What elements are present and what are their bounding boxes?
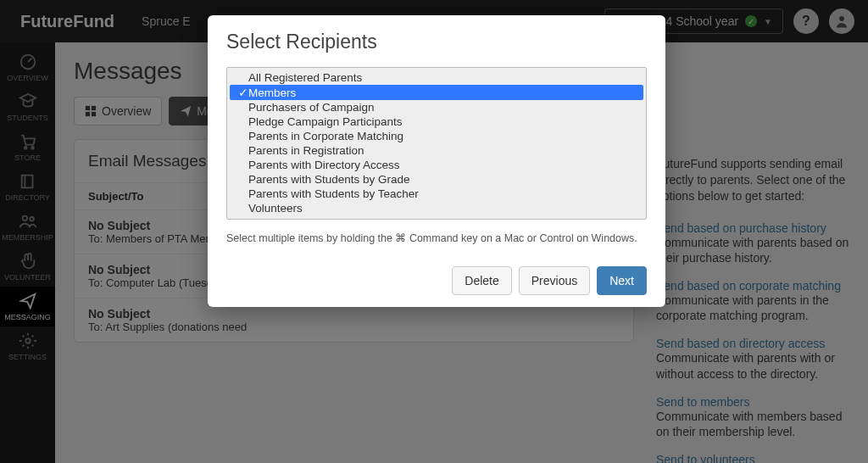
recipient-option[interactable]: ✓Members [230,85,643,100]
next-button[interactable]: Next [597,266,647,295]
modal-title: Select Recipients [226,31,647,53]
recipient-option-label: Pledge Campaign Participants [248,115,403,128]
recipient-option-label: Members [248,86,296,99]
recipient-option-label: Parents with Students by Teacher [248,187,419,200]
recipient-option[interactable]: Parents with Directory Access [230,158,643,172]
recipients-multiselect[interactable]: All Registered Parents✓MembersPurchasers… [226,67,647,220]
recipient-option[interactable]: Parents with Students by Teacher [230,187,643,201]
multiselect-hint: Select multiple items by holding the ⌘ C… [226,232,647,244]
select-recipients-modal: Select Recipients All Registered Parents… [208,15,665,307]
recipient-option[interactable]: Pledge Campaign Participants [230,114,643,129]
recipient-option[interactable]: Parents in Corporate Matching [230,129,643,143]
recipient-option-label: Volunteers [248,202,303,215]
recipient-option-label: Purchasers of Campaign [248,101,375,114]
recipient-option[interactable]: All Registered Parents [230,70,643,85]
delete-button[interactable]: Delete [452,266,511,295]
recipient-option-label: All Registered Parents [248,71,362,84]
recipient-option-label: Parents in Registration [248,144,364,157]
recipient-option-label: Parents with Students by Grade [248,173,410,186]
recipient-option[interactable]: Parents with Students by Grade [230,172,643,187]
previous-button[interactable]: Previous [519,266,590,295]
recipient-option[interactable]: Purchasers of Campaign [230,100,643,114]
recipient-option-label: Parents with Directory Access [248,159,400,171]
recipient-option[interactable]: Volunteers [230,201,643,215]
recipient-option[interactable]: Parents in Registration [230,143,643,158]
check-icon: ✓ [238,86,248,99]
recipient-option-label: Parents in Corporate Matching [248,130,403,142]
